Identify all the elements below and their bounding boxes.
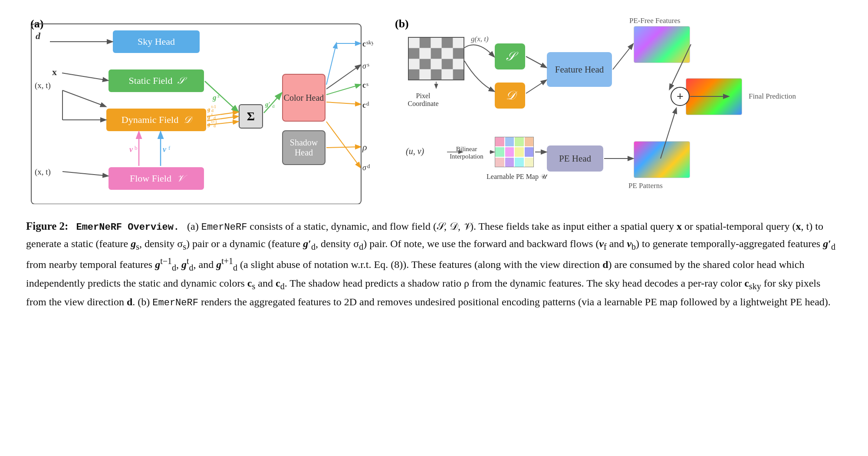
svg-text:c: c [362,81,366,89]
color-head-box: Color Head [282,74,326,122]
svg-text:x: x [52,66,57,77]
figure-caption: Figure 2: EmerNeRF Overview. (a) EmerNeR… [26,217,842,311]
figure-title: EmerNeRF Overview. [76,221,182,232]
pe-free-features-thumbnail [634,26,690,63]
svg-line-56 [613,44,633,69]
b-D-box: 𝒟 [495,83,525,109]
part-b-label: (b) [395,17,409,30]
svg-text:d: d [272,103,275,109]
part-a: (a) Sky Head Static Field 𝒮 Dynamic Fiel… [26,13,373,204]
svg-line-25 [264,93,281,113]
svg-text:v: v [129,145,133,154]
svg-text:d: d [211,108,214,113]
svg-line-13 [207,112,238,116]
svg-text:g(x, t): g(x, t) [471,35,489,43]
svg-text:σ: σ [362,62,367,70]
svg-line-15 [207,122,238,125]
dynamic-field-box: Dynamic Field 𝒟 [106,109,206,131]
svg-line-43 [326,122,360,167]
svg-text:d: d [367,163,370,169]
part-a-label: (a) [30,17,43,30]
svg-text:s: s [217,93,220,99]
part-b: (b) 𝒮 𝒟 Feature Head PE Head [391,13,842,204]
b-feature-head-box: Feature Head [547,52,612,87]
svg-text:sky: sky [366,39,373,46]
sky-head-box: Sky Head [113,30,200,53]
svg-line-5 [62,90,105,106]
shadow-head-box: Shadow Head [282,130,326,165]
svg-line-38 [326,102,360,104]
svg-line-9 [62,172,108,176]
svg-text:v: v [163,145,167,154]
figure-number: Figure 2: [26,220,68,232]
svg-text:d: d [214,123,216,128]
svg-text:g: g [212,93,217,102]
svg-line-54 [526,56,546,67]
svg-text:t-1: t-1 [211,104,216,109]
b-pe-head-box: PE Head [547,145,603,172]
static-field-box: Static Field 𝒮 [108,69,204,92]
svg-text:σ: σ [362,163,367,172]
svg-text:b: b [135,145,138,151]
pe-map-grid [495,137,534,167]
svg-text:f: f [168,145,171,151]
pe-patterns-label: PE Patterns [628,182,663,190]
svg-text:t+1: t+1 [211,119,217,124]
svg-line-41 [326,147,360,148]
svg-line-10 [205,81,238,112]
svg-text:g: g [207,121,210,127]
sigma-box: Σ [239,104,263,129]
svg-text:c: c [362,40,366,48]
svg-text:ρ: ρ [362,142,367,152]
pixel-coordinate-grid [408,37,464,80]
flow-field-box: Flow Field 𝒱 [108,167,204,190]
b-S-box: 𝒮 [495,43,525,69]
pe-patterns-thumbnail [634,141,690,178]
svg-line-32 [326,65,360,89]
uv-label: (u, v) [406,146,424,156]
svg-line-28 [326,43,336,85]
svg-text:t: t [211,112,213,117]
svg-text:s: s [367,61,369,68]
pe-free-label: PE-Free Features [629,17,681,25]
svg-text:g: g [207,113,210,120]
svg-text:c: c [362,101,366,109]
svg-text:g: g [207,106,210,112]
svg-text:(x, t): (x, t) [35,81,51,90]
svg-text:g′: g′ [265,101,270,108]
svg-text:d: d [214,116,216,120]
svg-text:d: d [366,100,369,107]
final-prediction-label: Final Prediction [749,92,796,101]
svg-text:s: s [366,81,368,87]
svg-text:(x, t): (x, t) [35,167,51,177]
pe-map-label: Learnable PE Map 𝒰 [486,173,547,181]
plus-symbol: + [671,87,690,106]
final-prediction-thumbnail [686,78,742,115]
svg-line-55 [526,80,546,93]
svg-line-35 [326,85,360,95]
svg-line-14 [207,116,238,121]
bilinear-label: Bilinear Interpolation [441,145,493,160]
svg-line-3 [62,73,108,80]
pixel-coord-label: Pixel Coordinate [404,92,443,108]
svg-text:d: d [36,30,41,41]
